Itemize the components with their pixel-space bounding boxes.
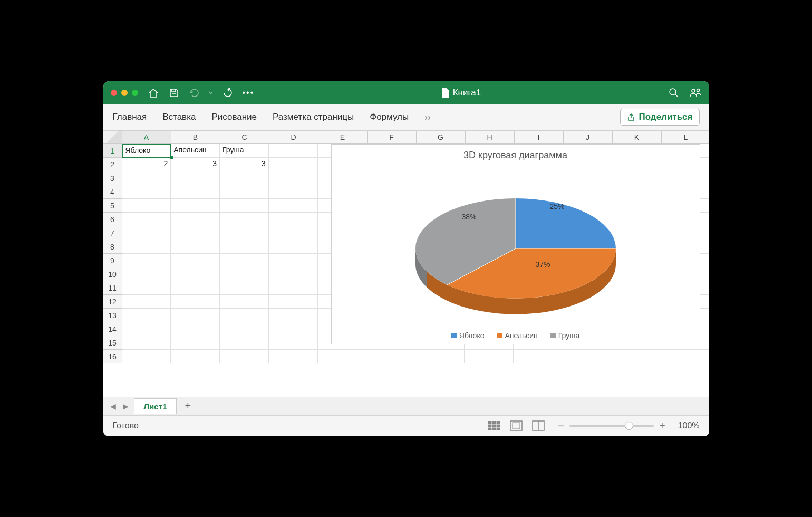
svg-point-2	[697, 89, 699, 91]
save-icon[interactable]	[169, 88, 179, 98]
row-header-2[interactable]: 2	[103, 158, 122, 171]
chart-plot-area: 25% 37% 38%	[405, 161, 626, 331]
sheet-tabs-bar: ◀ ▶ Лист1 +	[103, 397, 709, 415]
col-header-G[interactable]: G	[417, 131, 466, 144]
share-button[interactable]: Поделиться	[620, 109, 699, 126]
share-icon	[627, 113, 635, 121]
row-header-13[interactable]: 13	[103, 309, 122, 322]
row-header-11[interactable]: 11	[103, 281, 122, 295]
status-bar: Готово − + 100%	[103, 415, 709, 436]
pie-label-1: 25%	[550, 202, 565, 210]
row-header-16[interactable]: 16	[103, 350, 122, 363]
row-header-8[interactable]: 8	[103, 240, 122, 254]
search-icon[interactable]	[668, 87, 680, 99]
cell-C1[interactable]: Груша	[220, 144, 269, 158]
row-header-12[interactable]: 12	[103, 295, 122, 309]
view-page-layout-button[interactable]	[509, 420, 523, 432]
row-header-5[interactable]: 5	[103, 199, 122, 213]
row-header-6[interactable]: 6	[103, 213, 122, 226]
legend-label-2: Апельсин	[505, 331, 537, 340]
row-header-4[interactable]: 4	[103, 185, 122, 199]
more-tabs-icon[interactable]: ››	[424, 112, 431, 123]
tab-draw[interactable]: Рисование	[211, 112, 257, 122]
view-normal-button[interactable]	[487, 420, 501, 432]
row-header-14[interactable]: 14	[103, 322, 122, 336]
chart-title: 3D круговая диаграмма	[463, 150, 567, 161]
tab-insert[interactable]: Вставка	[162, 112, 196, 122]
svg-point-0	[670, 89, 676, 95]
zoom-level[interactable]: 100%	[678, 421, 700, 430]
document-icon	[441, 88, 450, 98]
sheet-area: A B C D E F G H I J K L 1 2 3 4 5 6 7 8 …	[103, 131, 709, 397]
pie-chart[interactable]: 3D круговая диаграмма	[331, 144, 700, 344]
chart-legend: Яблоко Апельсин Груша	[451, 331, 579, 340]
cell-A2[interactable]: 2	[122, 158, 171, 171]
col-header-B[interactable]: B	[171, 131, 220, 144]
col-header-E[interactable]: E	[318, 131, 368, 144]
tab-home[interactable]: Главная	[113, 112, 147, 122]
tab-formulas[interactable]: Формулы	[370, 112, 409, 122]
row-header-10[interactable]: 10	[103, 267, 122, 281]
tab-page-layout[interactable]: Разметка страницы	[273, 112, 354, 122]
svg-rect-6	[488, 421, 500, 430]
view-page-break-button[interactable]	[531, 420, 545, 432]
cell-B1[interactable]: Апельсин	[171, 144, 220, 158]
status-text: Готово	[113, 421, 488, 430]
cell-B2[interactable]: 3	[171, 158, 220, 171]
cell-A1[interactable]: Яблоко	[122, 144, 171, 158]
next-sheet-button[interactable]: ▶	[121, 402, 131, 410]
cell[interactable]	[122, 171, 171, 185]
row-header-1[interactable]: 1	[103, 144, 122, 158]
legend-label-1: Яблоко	[459, 331, 485, 340]
legend-swatch-blue	[451, 333, 457, 338]
svg-rect-12	[513, 423, 520, 429]
legend-swatch-orange	[497, 333, 502, 338]
redo-icon[interactable]	[223, 88, 233, 98]
col-header-K[interactable]: K	[613, 131, 662, 144]
fill-handle[interactable]	[170, 156, 173, 159]
zoom-control: − + 100%	[558, 420, 699, 432]
row-header-15[interactable]: 15	[103, 336, 122, 350]
cell-D2[interactable]	[269, 158, 318, 171]
row-header-9[interactable]: 9	[103, 254, 122, 267]
row-header-3[interactable]: 3	[103, 171, 122, 185]
window-controls	[111, 90, 138, 96]
pie-label-2: 37%	[536, 260, 550, 269]
more-icon[interactable]: •••	[243, 88, 255, 98]
col-header-H[interactable]: H	[466, 131, 515, 144]
col-header-A[interactable]: A	[122, 131, 171, 144]
cell-C2[interactable]: 3	[220, 158, 269, 171]
col-header-D[interactable]: D	[269, 131, 318, 144]
undo-icon[interactable]	[189, 88, 199, 98]
collab-icon[interactable]	[689, 87, 702, 99]
column-headers: A B C D E F G H I J K L	[122, 131, 709, 144]
select-all-corner[interactable]	[103, 131, 122, 144]
home-icon[interactable]	[148, 88, 159, 98]
zoom-in-button[interactable]: +	[659, 420, 665, 432]
prev-sheet-button[interactable]: ◀	[109, 402, 118, 410]
document-title: Книга1	[254, 88, 668, 98]
svg-point-1	[692, 89, 695, 92]
zoom-slider[interactable]	[569, 425, 654, 427]
row-headers: 1 2 3 4 5 6 7 8 9 10 11 12 13 14 15 16	[103, 144, 122, 363]
col-header-F[interactable]: F	[368, 131, 417, 144]
sheet-tab-1[interactable]: Лист1	[134, 398, 177, 414]
zoom-thumb[interactable]	[625, 422, 633, 430]
titlebar: ••• Книга1	[103, 81, 709, 104]
pie-svg	[405, 175, 626, 317]
col-header-I[interactable]: I	[515, 131, 564, 144]
legend-label-3: Груша	[558, 331, 579, 340]
col-header-C[interactable]: C	[220, 131, 269, 144]
ribbon-tabs: Главная Вставка Рисование Разметка стран…	[103, 104, 709, 131]
close-window-button[interactable]	[111, 90, 117, 96]
pie-label-3: 38%	[462, 213, 477, 221]
maximize-window-button[interactable]	[132, 90, 138, 96]
add-sheet-button[interactable]: +	[180, 400, 196, 412]
zoom-out-button[interactable]: −	[558, 420, 564, 432]
minimize-window-button[interactable]	[121, 90, 128, 96]
col-header-L[interactable]: L	[662, 131, 709, 144]
cell-D1[interactable]	[269, 144, 318, 158]
col-header-J[interactable]: J	[564, 131, 613, 144]
row-header-7[interactable]: 7	[103, 226, 122, 240]
undo-dropdown-icon[interactable]	[209, 90, 213, 96]
